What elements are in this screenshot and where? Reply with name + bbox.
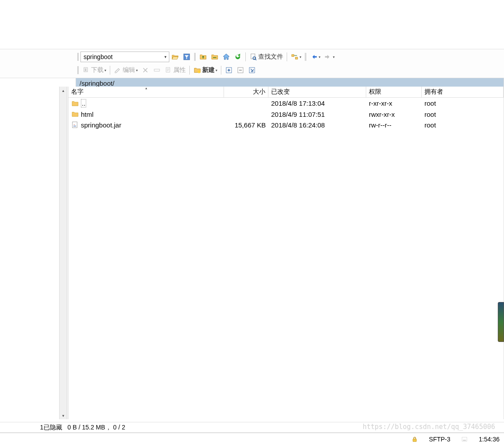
file-changed: 2018/4/9 11:07:51 <box>271 111 325 118</box>
column-permissions-label: 权限 <box>369 88 381 96</box>
separator <box>110 66 110 75</box>
minus-button[interactable] <box>235 65 246 75</box>
file-perm: rwxr-xr-x <box>369 111 395 118</box>
left-scrollbar[interactable]: ▴ ▾ <box>59 87 67 419</box>
column-changed-label: 已改变 <box>271 88 290 96</box>
open-folder-button[interactable] <box>169 52 181 62</box>
properties-label: 属性 <box>173 66 186 74</box>
mask-icon <box>248 66 256 74</box>
toolbar-grip[interactable] <box>194 53 196 61</box>
main-area: ▴ ▾ 名字 ▴ 大小 已改变 权限 拥有者 .. 2018/4/8 17:13… <box>0 87 504 419</box>
new-label: 新建 <box>202 66 215 74</box>
column-permissions[interactable]: 权限 <box>366 87 422 97</box>
disk-icon <box>461 436 468 443</box>
new-button[interactable]: 新建 ▾ <box>192 65 219 75</box>
refresh-button[interactable] <box>232 52 244 62</box>
column-size[interactable]: 大小 <box>224 87 268 97</box>
find-files-button[interactable]: 查找文件 <box>248 52 285 62</box>
file-pane: 名字 ▴ 大小 已改变 权限 拥有者 .. 2018/4/8 17:13:04 … <box>68 87 504 419</box>
toolbar-grip[interactable] <box>305 53 306 61</box>
properties-button: 属性 <box>163 65 188 75</box>
column-name[interactable]: 名字 ▴ <box>68 87 224 97</box>
chevron-down-icon: ▾ <box>319 55 320 59</box>
selection-info: 0 B / 15.2 MB， 0 / 2 <box>68 424 125 432</box>
column-size-label: 大小 <box>253 88 265 96</box>
rename-button <box>151 65 163 75</box>
refresh-icon <box>234 53 242 61</box>
find-icon <box>249 53 257 61</box>
svg-rect-4 <box>154 69 160 72</box>
new-folder-icon <box>193 66 201 74</box>
address-input[interactable] <box>82 53 163 60</box>
filter-icon <box>183 53 191 61</box>
parent-folder-button[interactable] <box>197 52 209 62</box>
file-changed: 2018/4/8 17:13:04 <box>271 99 325 107</box>
home-icon <box>222 53 230 61</box>
folder-up-icon <box>71 99 79 107</box>
toolbar-row-2: 下载 ▾ 编辑 ▾ 属性 新建 ▾ <box>76 64 504 77</box>
column-owner[interactable]: 拥有者 <box>422 87 504 97</box>
file-perm: rw-r--r-- <box>369 121 392 129</box>
side-widget[interactable] <box>498 302 504 342</box>
sort-indicator-icon: ▴ <box>145 86 147 90</box>
root-folder-button[interactable] <box>209 52 220 62</box>
file-owner: root <box>424 99 436 107</box>
svg-rect-14 <box>463 440 466 441</box>
back-arrow-icon <box>310 53 318 61</box>
root-folder-icon <box>211 53 219 61</box>
scroll-up-icon[interactable]: ▴ <box>60 87 67 94</box>
table-row[interactable]: html 2018/4/9 11:07:51 rwxr-xr-x root <box>68 109 504 119</box>
chevron-down-icon[interactable]: ▾ <box>163 55 168 59</box>
table-row[interactable]: .. 2018/4/8 17:13:04 r-xr-xr-x root <box>68 98 504 109</box>
sync-icon <box>291 53 299 61</box>
download-label: 下载 <box>91 66 104 74</box>
toolbar-grip[interactable] <box>77 66 79 74</box>
minus-icon <box>236 66 244 74</box>
forward-arrow-icon <box>324 53 332 61</box>
toolbar-row-1: ▾ 查找文件 ▾ <box>76 50 504 64</box>
file-perm: r-xr-xr-x <box>369 99 392 107</box>
chevron-down-icon: ▾ <box>216 68 217 72</box>
svg-rect-10 <box>72 122 77 128</box>
back-button[interactable]: ▾ <box>308 52 322 62</box>
left-pane: ▴ ▾ <box>0 87 67 419</box>
chevron-down-icon: ▾ <box>104 68 106 72</box>
elapsed-time: 1:54:36 <box>479 436 500 443</box>
status-bar: SFTP-3 1:54:36 <box>0 433 504 445</box>
table-row[interactable]: springboot.jar 15,667 KB 2018/4/8 16:24:… <box>68 119 504 130</box>
filter-button[interactable] <box>181 52 192 62</box>
selection-status: 1已隐藏 0 B / 15.2 MB， 0 / 2 <box>0 422 504 433</box>
mask-button[interactable] <box>246 65 258 75</box>
download-icon <box>82 66 90 74</box>
download-button: 下载 ▾ <box>80 65 108 75</box>
separator <box>287 52 287 61</box>
home-button[interactable] <box>220 52 232 62</box>
hidden-count: 1已隐藏 <box>40 424 62 432</box>
scroll-down-icon[interactable]: ▾ <box>60 412 67 419</box>
lock-icon <box>411 436 418 443</box>
find-files-label: 查找文件 <box>258 53 283 61</box>
column-name-label: 名字 <box>71 88 84 96</box>
file-changed: 2018/4/8 16:24:08 <box>271 121 325 129</box>
sync-button[interactable]: ▾ <box>289 52 303 62</box>
chevron-down-icon: ▾ <box>333 55 335 59</box>
column-changed[interactable]: 已改变 <box>268 87 366 97</box>
chevron-down-icon: ▾ <box>136 68 138 72</box>
file-name: .. <box>81 99 86 107</box>
plus-button[interactable] <box>223 65 235 75</box>
address-combo[interactable]: ▾ <box>80 52 169 62</box>
toolbar-grip[interactable] <box>77 53 79 61</box>
folder-icon <box>71 110 79 118</box>
edit-label: 编辑 <box>123 66 135 74</box>
edit-button: 编辑 ▾ <box>112 65 140 75</box>
file-size: 15,667 KB <box>235 121 266 129</box>
chevron-down-icon: ▾ <box>300 55 301 59</box>
plus-icon <box>225 66 233 74</box>
file-list-header: 名字 ▴ 大小 已改变 权限 拥有者 <box>68 87 504 98</box>
column-owner-label: 拥有者 <box>424 88 443 96</box>
file-name: springboot.jar <box>81 121 121 129</box>
separator <box>221 66 221 75</box>
delete-button <box>140 65 151 75</box>
separator <box>245 52 246 61</box>
svg-rect-12 <box>413 439 416 441</box>
